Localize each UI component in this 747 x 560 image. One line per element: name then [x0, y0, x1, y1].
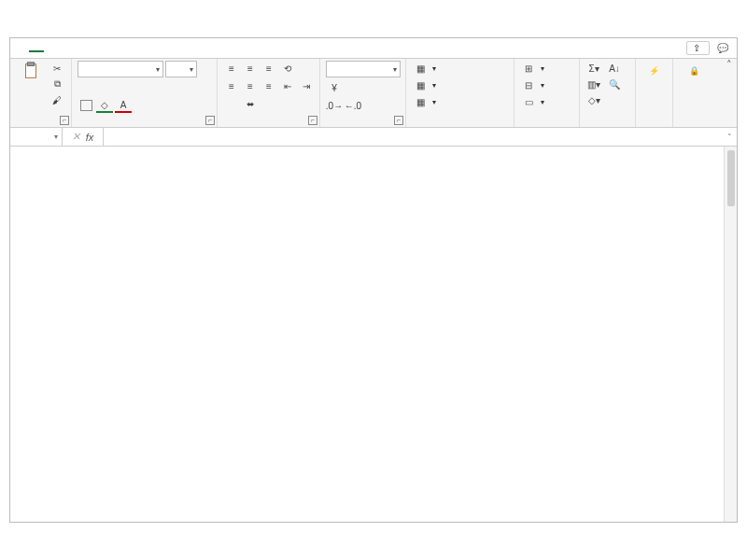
decrease-font-button[interactable] [171, 80, 188, 95]
comments-button[interactable]: 💬 [717, 43, 731, 53]
tab-insert[interactable] [44, 46, 59, 51]
fill-color-button[interactable]: ◇ [96, 98, 113, 113]
conditional-format-icon: ▦ [412, 61, 429, 76]
font-name-combo[interactable] [78, 61, 163, 77]
dialog-launcher-icon[interactable]: ⌐ [308, 116, 317, 125]
ribbon-group-ideas: ⚡ [636, 59, 673, 127]
group-label [223, 125, 314, 127]
wrap-text-button[interactable] [223, 96, 240, 111]
merge-center-button[interactable]: ⬌ [242, 96, 259, 111]
expand-formula-bar-button[interactable]: ˅ [722, 133, 737, 142]
group-label [326, 125, 400, 127]
delete-icon: ⊟ [520, 77, 537, 92]
ribbon-group-cells: ⊞▾ ⊟▾ ▭▾ [514, 59, 580, 127]
tab-pagelayout[interactable] [74, 46, 89, 51]
table-icon: ▦ [412, 77, 429, 92]
ruby-button[interactable] [134, 80, 150, 95]
find-select-button[interactable]: 🔍 [606, 77, 623, 91]
underline-button[interactable] [115, 80, 132, 95]
worksheet-area [10, 147, 737, 522]
app-window: ⇪ 💬 ✂ ⧉ 🖌 ⌐ [9, 37, 738, 523]
align-top-button[interactable]: ≡ [223, 61, 240, 76]
group-label [679, 125, 709, 127]
cut-button[interactable]: ✂ [49, 61, 65, 76]
paste-button[interactable] [16, 61, 45, 83]
tab-view[interactable] [134, 46, 148, 51]
ribbon-group-number: ¥ .0→ ←.0 ⌐ [320, 59, 406, 127]
dialog-launcher-icon[interactable]: ⌐ [205, 116, 215, 125]
font-color-button[interactable]: A [115, 98, 132, 113]
group-label [520, 125, 573, 127]
ribbon-group-font: ◇ A ⌐ [72, 59, 218, 127]
format-painter-button[interactable]: 🖌 [49, 92, 65, 107]
insert-icon: ⊞ [520, 61, 537, 76]
share-button[interactable]: ⇪ [686, 41, 710, 55]
clear-button[interactable]: ◇▾ [585, 92, 602, 107]
conditional-format-button[interactable]: ▦▾ [412, 61, 436, 76]
cell-styles-button[interactable]: ▦▾ [412, 94, 436, 109]
name-box[interactable] [10, 128, 63, 146]
font-size-combo[interactable] [165, 61, 197, 77]
currency-button[interactable]: ¥ [326, 80, 343, 95]
orientation-button[interactable]: ⟲ [279, 61, 296, 76]
tab-data[interactable] [104, 46, 119, 51]
group-label [16, 125, 65, 127]
format-cells-button[interactable]: ▭▾ [520, 94, 544, 109]
fx-icon[interactable]: fx [86, 132, 94, 143]
align-right-button[interactable]: ≡ [261, 78, 277, 93]
decrease-decimal-button[interactable]: ←.0 [345, 98, 361, 113]
indent-decrease-button[interactable]: ⇤ [279, 78, 296, 93]
dialog-launcher-icon[interactable]: ⌐ [60, 116, 69, 125]
autosum-button[interactable]: Σ▾ [585, 61, 602, 76]
increase-font-button[interactable] [152, 80, 169, 95]
format-as-table-button[interactable]: ▦▾ [412, 77, 436, 92]
cell-styles-icon: ▦ [412, 94, 429, 109]
tab-file[interactable] [14, 46, 29, 51]
ribbon-group-styles: ▦▾ ▦▾ ▦▾ [406, 59, 514, 127]
indent-increase-button[interactable]: ⇥ [298, 78, 315, 93]
border-button[interactable] [78, 98, 94, 113]
delete-cells-button[interactable]: ⊟▾ [520, 77, 544, 92]
ideas-button[interactable]: ⚡ [641, 61, 667, 83]
collapse-ribbon-button[interactable]: ˄ [722, 59, 737, 127]
group-label [585, 125, 629, 127]
tab-draw[interactable] [59, 46, 74, 51]
ribbon-tabs: ⇪ 💬 [10, 38, 737, 59]
ribbon-group-alignment: ≡ ≡ ≡ ⟲ ≡ ≡ ≡ ⇤ ⇥ ⬌ ⌐ [218, 59, 320, 127]
bold-button[interactable] [78, 80, 94, 95]
comma-style-button[interactable] [363, 80, 380, 95]
comment-icon: 💬 [717, 43, 728, 53]
align-middle-button[interactable]: ≡ [242, 61, 259, 76]
tab-formulas[interactable] [89, 46, 104, 51]
sort-filter-button[interactable]: A↓ [606, 61, 623, 76]
tab-help[interactable] [148, 46, 163, 51]
format-icon: ▭ [520, 94, 537, 109]
number-format-combo[interactable] [326, 61, 401, 77]
group-label [412, 125, 508, 127]
tab-review[interactable] [119, 46, 134, 51]
percent-button[interactable] [345, 80, 361, 95]
align-bottom-button[interactable]: ≡ [261, 61, 277, 76]
increase-decimal-button[interactable]: .0→ [326, 98, 343, 113]
tab-acrobat[interactable] [163, 46, 178, 51]
copy-button[interactable]: ⧉ [49, 77, 65, 91]
tab-home[interactable] [29, 45, 44, 52]
ideas-icon: ⚡ [644, 61, 665, 81]
worksheet-grid[interactable] [10, 147, 724, 522]
align-left-button[interactable]: ≡ [223, 78, 240, 93]
ribbon-group-editing: Σ▾ ▥▾ ◇▾ A↓ 🔍 [580, 59, 636, 127]
fx-buttons: ✕ fx [63, 128, 104, 146]
sensitivity-button[interactable]: 🔒 [679, 61, 709, 83]
italic-button[interactable] [96, 80, 113, 95]
dialog-launcher-icon[interactable]: ⌐ [394, 116, 403, 125]
ribbon: ✂ ⧉ 🖌 ⌐ [10, 59, 737, 128]
vertical-scrollbar[interactable] [724, 147, 737, 522]
cancel-icon[interactable]: ✕ [72, 131, 80, 143]
lock-icon: 🔒 [684, 61, 704, 81]
align-center-button[interactable]: ≡ [242, 78, 259, 93]
scrollbar-thumb[interactable] [727, 150, 735, 206]
svg-rect-1 [27, 63, 34, 66]
insert-cells-button[interactable]: ⊞▾ [520, 61, 544, 76]
clipboard-icon [21, 61, 41, 81]
fill-button[interactable]: ▥▾ [585, 77, 602, 91]
